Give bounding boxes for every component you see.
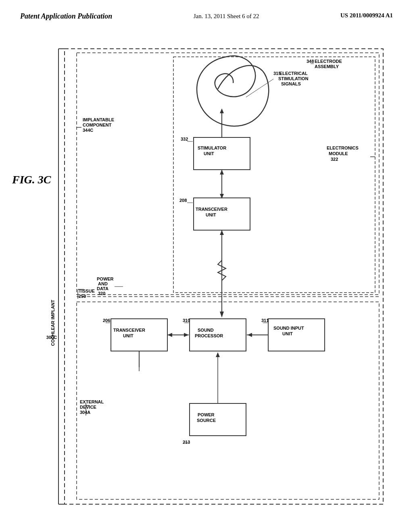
svg-marker-10 [220,108,224,113]
external-device-num: 304A [80,410,90,415]
power-source-num: 213 [183,440,190,445]
publication-label: Patent Application Publication [20,12,112,21]
electrode-assembly-num: 348 [307,59,314,64]
tissue-num: 250 [79,294,86,299]
sound-processor-label2: PROCESSOR [195,333,223,338]
stimulator-unit-label2: UNIT [204,151,214,156]
svg-marker-16 [220,170,224,175]
svg-line-11 [246,79,273,97]
cochlear-implant-num: 300C [46,335,57,340]
electrical-signals-label2: STIMULATION [278,76,308,81]
svg-marker-24 [220,312,224,318]
implantable-component-label2: COMPONENT [83,123,112,127]
svg-rect-17 [194,198,250,230]
cochlea-spiral [197,56,269,126]
stimulator-unit-label: STIMULATOR [198,145,226,150]
electronics-module-label2: MODULE [329,151,348,156]
electrode-assembly-label2: ASSEMBLY [315,64,339,69]
patent-diagram: COCHLEAR IMPLANT 300C IMPLANTABLE COMPON… [24,41,395,512]
power-source-label2: SOURCE [197,418,216,423]
power-and-data-label3: DATA [97,286,108,291]
implantable-component-label: IMPLANTABLE [83,117,114,122]
svg-marker-37 [167,333,172,337]
electronics-module-num: 322 [331,157,338,162]
svg-rect-33 [268,319,325,351]
stimulator-unit-num: 332 [181,137,188,141]
external-device-label: EXTERNAL [80,399,104,404]
sound-input-label2: UNIT [282,331,293,336]
svg-rect-4 [77,53,379,295]
sound-input-label: SOUND INPUT [273,326,304,330]
sound-input-num: 311 [261,318,269,323]
sound-processor-num: 310 [183,318,190,323]
power-and-data-num: 320 [98,291,105,296]
transceiver-implant-label: TRANSCEIVER [196,207,227,212]
patent-number: US 2011/0009924 A1 [340,12,393,19]
svg-rect-6 [173,57,375,293]
svg-rect-12 [194,137,250,170]
electronics-module-label: ELECTRONICS [327,145,359,150]
electrode-assembly-label: ELECTRODE [315,59,342,64]
electrical-signals-label: ELECTRICAL [280,71,308,76]
sheet-info: Jan. 13, 2011 Sheet 6 of 22 [194,12,259,21]
transceiver-implant-num: 208 [179,198,187,203]
transceiver-external-label2: UNIT [123,333,133,338]
transceiver-implant-label2: UNIT [206,212,216,217]
svg-rect-29 [111,319,167,351]
svg-marker-25 [220,230,224,235]
transceiver-external-label: TRANSCEIVER [113,328,145,332]
svg-marker-39 [247,333,252,337]
power-and-data-label2: AND [98,281,108,286]
electrical-signals-label3: SIGNALS [281,81,301,86]
svg-marker-36 [184,333,189,337]
implantable-component-num: 344C [83,128,93,133]
sound-processor-label: SOUND [198,328,214,332]
svg-marker-44 [216,352,220,357]
power-and-data-label: POWER [97,276,114,281]
transceiver-external-num: 206 [103,318,110,323]
power-source-label: POWER [198,412,215,417]
